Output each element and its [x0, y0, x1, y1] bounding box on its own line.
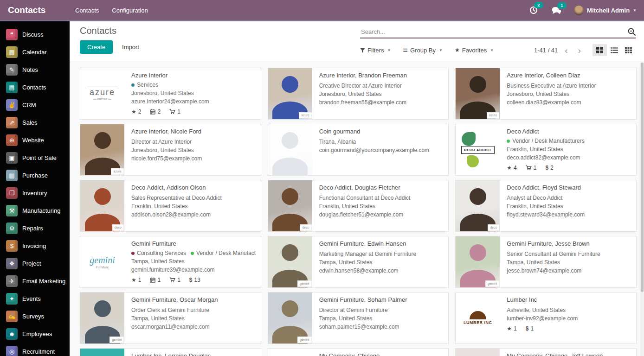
contact-email: nicole.ford75@example.com — [131, 155, 256, 162]
contact-location: Asheville, United States — [507, 307, 631, 313]
contact-card-body: My Company, Chicago — [312, 349, 449, 356]
calendar-badge: 2 — [150, 108, 161, 115]
sidebar-item-label: Employees — [22, 331, 52, 337]
contact-photo: gemini — [80, 292, 124, 343]
contact-location: Franklin, United States — [319, 203, 444, 210]
sidebar-item-surveys[interactable]: ✍Surveys — [0, 307, 70, 325]
contact-card[interactable]: azureAzure Interior, Nicole FordDirector… — [80, 124, 261, 176]
contact-card-body: Lumber Inc, Lorraine Douglas — [124, 349, 261, 356]
contact-card[interactable]: Coin gourmandTirana, Albaniacoin.gourman… — [268, 124, 449, 176]
sidebar-item-label: Events — [22, 295, 41, 302]
contact-location: Franklin, United States — [507, 203, 631, 210]
sidebar-item-website[interactable]: ⊕Website — [0, 131, 70, 149]
contact-card-body: Azure InteriorServicesJonesboro, United … — [124, 68, 261, 119]
contact-card[interactable]: decoDeco Addict, Douglas FletcherFunctio… — [268, 180, 449, 232]
kanban-view-button[interactable] — [592, 44, 607, 56]
contact-name: Gemini Furniture, Edwin Hansen — [319, 240, 444, 247]
sidebar-item-point-of-sale[interactable]: ▣Point of Sale — [0, 149, 70, 166]
contact-card-body: Lumber IncAsheville, United Stateslumber… — [500, 292, 636, 343]
contact-card[interactable]: geminiGemini Furniture, Jesse BrownSenio… — [455, 236, 637, 288]
activities-button[interactable]: 2 — [525, 3, 542, 17]
contact-card[interactable]: geminiGemini Furniture, Oscar MorganOrde… — [80, 292, 261, 344]
sidebar-item-purchase[interactable]: ▥Purchase — [0, 166, 70, 184]
project-app-icon: ❖ — [6, 258, 18, 269]
sidebar-item-sales[interactable]: ⇗Sales — [0, 114, 70, 131]
pager-previous-button[interactable]: ‹ — [560, 46, 573, 55]
repairs-app-icon: ⚙ — [6, 222, 18, 234]
sidebar-item-discuss[interactable]: ❝Discuss — [0, 25, 70, 43]
contact-card[interactable]: My Company, Chicago, Jeff Lawson — [455, 348, 637, 356]
import-button[interactable]: Import — [121, 40, 140, 54]
sidebar-item-inventory[interactable]: ❒Inventory — [0, 184, 70, 202]
employees-app-icon: ☻ — [6, 328, 18, 340]
recruitment-app-icon: ◎ — [6, 346, 18, 356]
contact-card[interactable]: geminiFurnitureGemini FurnitureConsultin… — [80, 236, 261, 288]
contact-location: Tampa, United States — [319, 315, 444, 322]
sidebar-item-manufacturing[interactable]: ⚒Manufacturing — [0, 202, 70, 219]
sidebar-item-contacts[interactable]: ▤Contacts — [0, 78, 70, 96]
sidebar-item-email-marketing[interactable]: ✈Email Marketing — [0, 272, 70, 290]
contact-email: gemini.furniture39@example.com — [131, 267, 256, 273]
contact-card[interactable]: azureAzure Interior, Brandon FreemanCrea… — [268, 68, 449, 120]
app-brand[interactable]: Contacts — [0, 5, 70, 15]
contact-card[interactable]: decoDeco Addict, Floyd StewardAnalyst at… — [455, 180, 637, 232]
user-menu[interactable]: Mitchell Admin ▼ — [570, 6, 637, 15]
contact-card-body: Deco Addict, Floyd StewardAnalyst at Dec… — [500, 180, 636, 231]
list-view-button[interactable] — [607, 44, 621, 56]
search-icon[interactable] — [627, 27, 636, 36]
contact-job-title: Order Clerk at Gemini Furniture — [131, 307, 256, 313]
star-icon: ★ — [455, 47, 460, 53]
group-by-dropdown[interactable]: ☰ Group By ▼ — [403, 47, 443, 54]
chevron-down-icon: ▼ — [387, 48, 391, 52]
contact-card[interactable]: geminiGemini Furniture, Soham PalmerDire… — [268, 292, 449, 344]
company-chip-label: azure — [111, 168, 124, 175]
list-view-icon — [611, 47, 618, 53]
contact-name: Gemini Furniture, Jesse Brown — [507, 240, 631, 247]
sidebar-item-calendar[interactable]: ▦Calendar — [0, 43, 70, 61]
search-bar — [360, 27, 636, 38]
sidebar-item-notes[interactable]: ✎Notes — [0, 61, 70, 78]
vertical-scrollbar[interactable] — [640, 62, 644, 356]
tag-label: Vendor / Desk Manufacturers — [512, 138, 584, 144]
sidebar-item-invoicing[interactable]: $Invoicing — [0, 237, 70, 254]
sidebar-item-employees[interactable]: ☻Employees — [0, 325, 70, 343]
company-chip-label: gemini — [297, 337, 312, 343]
contact-card[interactable]: My Company, Chicago — [268, 348, 449, 356]
search-input[interactable] — [360, 28, 627, 36]
tag-dot — [131, 83, 135, 87]
sidebar-item-project[interactable]: ❖Project — [0, 254, 70, 272]
sidebar-item-crm[interactable]: ✌CRM — [0, 96, 70, 114]
contact-card[interactable]: azureAzure Interior, Colleen DiazBusines… — [455, 68, 637, 120]
contact-card[interactable]: geminiGemini Furniture, Edwin HansenMark… — [268, 236, 449, 288]
contact-tag: Consulting Services — [131, 250, 186, 256]
sidebar-item-recruitment[interactable]: ◎Recruitment — [0, 343, 70, 356]
calendar-icon — [150, 109, 155, 114]
contact-name: Deco Addict, Addison Olson — [131, 184, 256, 191]
messages-button[interactable]: 1 — [547, 4, 566, 17]
filters-dropdown[interactable]: Filters ▼ — [360, 47, 391, 54]
contact-card[interactable]: azure— interior —Azure InteriorServicesJ… — [80, 68, 261, 120]
contact-card[interactable]: Lumber Inc, Lorraine Douglas — [80, 348, 261, 356]
contact-card[interactable]: LUMBER INCLumber IncAsheville, United St… — [455, 292, 637, 344]
sidebar-item-repairs[interactable]: ⚙Repairs — [0, 219, 70, 237]
pager-range[interactable]: 1-41 / 41 — [534, 47, 558, 54]
sidebar-item-events[interactable]: ✦Events — [0, 290, 70, 307]
favorites-dropdown[interactable]: ★ Favorites ▼ — [455, 47, 494, 54]
menu-configuration[interactable]: Configuration — [112, 7, 148, 14]
activity-view-button[interactable] — [621, 44, 636, 56]
main-area: Contacts Create Import Fi — [70, 21, 644, 356]
contact-photo: LUMBER INC — [456, 292, 500, 343]
contact-location: Tampa, United States — [131, 258, 256, 265]
menu-contacts[interactable]: Contacts — [75, 7, 99, 14]
manufacturing-app-icon: ⚒ — [6, 205, 18, 216]
contact-photo: azure — [80, 124, 124, 175]
contact-tags: Vendor / Desk Manufacturers — [507, 138, 631, 144]
contact-card[interactable]: decoDeco Addict, Addison OlsonSales Repr… — [80, 180, 261, 232]
pager-next-button[interactable]: › — [573, 46, 586, 55]
tag-label: Services — [137, 82, 158, 88]
contact-card[interactable]: DECO ADDICTDeco AddictVendor / Desk Manu… — [455, 124, 637, 176]
scrollbar-thumb[interactable] — [641, 63, 644, 292]
contact-job-title: Functional Consultant at Deco Addict — [319, 195, 444, 201]
star-icon: ★ — [507, 326, 512, 331]
create-button[interactable]: Create — [80, 40, 113, 54]
